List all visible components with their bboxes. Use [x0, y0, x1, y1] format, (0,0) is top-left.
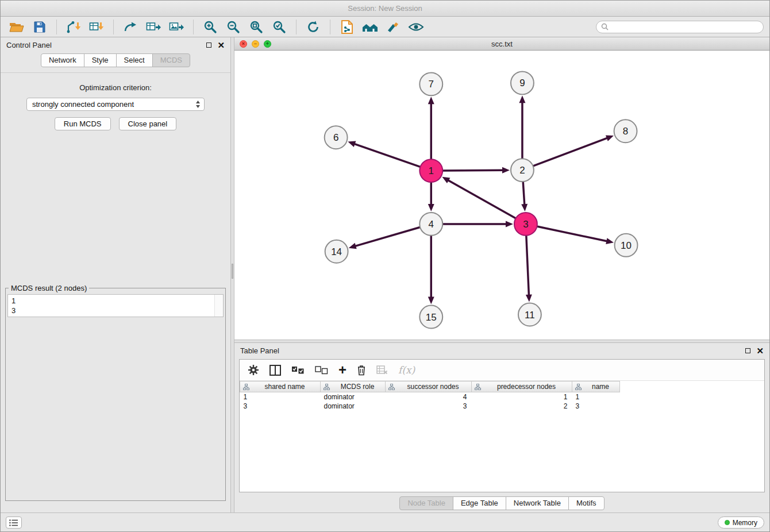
- network-window-titlebar[interactable]: × − + scc.txt: [234, 37, 769, 51]
- column-header-successor-nodes[interactable]: successor nodes: [386, 381, 472, 392]
- memory-label: Memory: [733, 519, 757, 527]
- panel-splitter[interactable]: [230, 37, 234, 512]
- minimize-window-icon[interactable]: −: [252, 40, 259, 48]
- zoom-out-icon[interactable]: [223, 18, 244, 36]
- run-mcds-button[interactable]: Run MCDS: [55, 117, 111, 130]
- import-network-icon[interactable]: [63, 18, 84, 36]
- graph-node-label: 7: [429, 79, 434, 90]
- double-home-icon[interactable]: [360, 18, 380, 36]
- close-table-panel-icon[interactable]: ✕: [756, 346, 764, 355]
- close-panel-icon[interactable]: ✕: [217, 41, 225, 49]
- result-item: 3: [11, 306, 211, 315]
- edge-arrowhead-icon: [506, 221, 513, 227]
- graph-edge-4-14[interactable]: [355, 228, 419, 246]
- table-cell: 4: [386, 392, 472, 402]
- open-file-icon[interactable]: [6, 18, 27, 36]
- delete-icon[interactable]: [357, 364, 366, 376]
- function-builder-icon[interactable]: f(x): [398, 364, 415, 376]
- tab-mcds[interactable]: MCDS: [152, 53, 190, 67]
- column-header-name[interactable]: name: [572, 381, 620, 392]
- control-panel-header: Control Panel ✕: [1, 37, 230, 52]
- export-network-icon[interactable]: [120, 18, 141, 36]
- show-columns-icon[interactable]: [270, 365, 281, 376]
- network-window: × − + scc.txt 7968124314101511: [234, 37, 769, 340]
- network-graph[interactable]: 7968124314101511: [234, 51, 769, 340]
- window-title: Session: New Session: [348, 4, 422, 13]
- refresh-icon[interactable]: [303, 18, 324, 36]
- column-header-predecessor-nodes[interactable]: predecessor nodes: [472, 381, 572, 392]
- mcds-buttons: Run MCDS Close panel: [1, 117, 230, 130]
- graph-edge-2-3[interactable]: [523, 182, 525, 205]
- network-document-icon[interactable]: [337, 18, 357, 36]
- graph-edge-3-10[interactable]: [537, 226, 607, 241]
- splitter-handle[interactable]: [232, 264, 233, 279]
- tab-style[interactable]: Style: [84, 53, 117, 67]
- tab-network-table[interactable]: Network Table: [506, 496, 569, 510]
- maximize-window-icon[interactable]: +: [264, 40, 271, 48]
- style-brush-icon[interactable]: [383, 18, 403, 36]
- zoom-selected-icon[interactable]: [269, 18, 290, 36]
- close-panel-button[interactable]: Close panel: [119, 117, 177, 130]
- criterion-select-value: strongly connected component: [32, 100, 134, 109]
- graph-edge-1-6[interactable]: [354, 144, 420, 167]
- zoom-in-icon[interactable]: [200, 18, 221, 36]
- result-item: 1: [11, 296, 211, 306]
- status-bar: Memory: [1, 512, 769, 532]
- table-panel-header: Table Panel ✕: [234, 343, 769, 358]
- tab-motifs[interactable]: Motifs: [568, 496, 605, 510]
- graph-edge-1-2[interactable]: [443, 170, 503, 171]
- table-scroll-area[interactable]: shared nameMCDS rolesuccessor nodesprede…: [240, 381, 764, 492]
- float-panel-icon[interactable]: [206, 43, 211, 48]
- graph-node-label: 9: [519, 78, 525, 88]
- sort-icon: [324, 384, 330, 392]
- edge-arrowhead-icon: [519, 95, 525, 103]
- sort-icon: [475, 384, 481, 392]
- search-input[interactable]: [611, 23, 759, 31]
- graph-node-label: 3: [523, 219, 528, 230]
- edge-arrowhead-icon: [526, 294, 532, 302]
- result-scrollbar[interactable]: [214, 295, 223, 317]
- delete-table-icon[interactable]: [376, 365, 388, 375]
- export-table-icon[interactable]: [143, 18, 164, 36]
- criterion-select[interactable]: strongly connected component: [26, 98, 205, 111]
- toolbar-separator: [193, 20, 194, 34]
- eye-icon[interactable]: [406, 18, 426, 36]
- edge-arrowhead-icon: [606, 238, 614, 244]
- column-header-shared-name[interactable]: shared name: [240, 381, 321, 392]
- zoom-fit-icon[interactable]: [246, 18, 267, 36]
- network-canvas[interactable]: 7968124314101511: [234, 51, 769, 340]
- task-history-button[interactable]: [6, 516, 22, 529]
- table-row[interactable]: 3dominator323: [240, 402, 620, 411]
- memory-status-icon: [725, 520, 730, 525]
- graph-edge-3-1[interactable]: [448, 180, 515, 218]
- import-table-icon[interactable]: [86, 18, 107, 36]
- application-window: Session: New Session: [0, 0, 770, 532]
- toolbar-separator: [56, 20, 57, 34]
- tab-node-table[interactable]: Node Table: [399, 496, 453, 510]
- graph-edge-2-8[interactable]: [534, 138, 608, 166]
- memory-button[interactable]: Memory: [718, 516, 764, 529]
- tab-select[interactable]: Select: [116, 53, 153, 67]
- table-row[interactable]: 1dominator411: [240, 392, 620, 402]
- toolbar-separator: [113, 20, 114, 34]
- table-cell: 2: [472, 402, 572, 411]
- export-image-icon[interactable]: [166, 18, 187, 36]
- graph-edge-3-11[interactable]: [526, 236, 529, 296]
- tab-network[interactable]: Network: [41, 53, 84, 67]
- float-table-panel-icon[interactable]: [745, 348, 750, 353]
- search-box[interactable]: [596, 21, 764, 33]
- graph-node-label: 15: [426, 312, 437, 323]
- save-session-icon[interactable]: [29, 18, 50, 36]
- mcds-result-list[interactable]: 13: [7, 294, 224, 317]
- tab-edge-table[interactable]: Edge Table: [453, 496, 506, 510]
- search-icon: [601, 23, 609, 30]
- mcds-result-title: MCDS result (2 nodes): [9, 284, 89, 292]
- settings-gear-icon[interactable]: [248, 364, 259, 376]
- column-header-MCDS-role[interactable]: MCDS role: [321, 381, 386, 392]
- deselect-all-icon[interactable]: [315, 366, 328, 375]
- close-window-icon[interactable]: ×: [240, 40, 247, 48]
- select-all-icon[interactable]: [291, 366, 305, 375]
- edge-arrowhead-icon: [428, 297, 434, 304]
- add-column-icon[interactable]: +: [338, 364, 346, 376]
- control-panel-title: Control Panel: [6, 41, 52, 49]
